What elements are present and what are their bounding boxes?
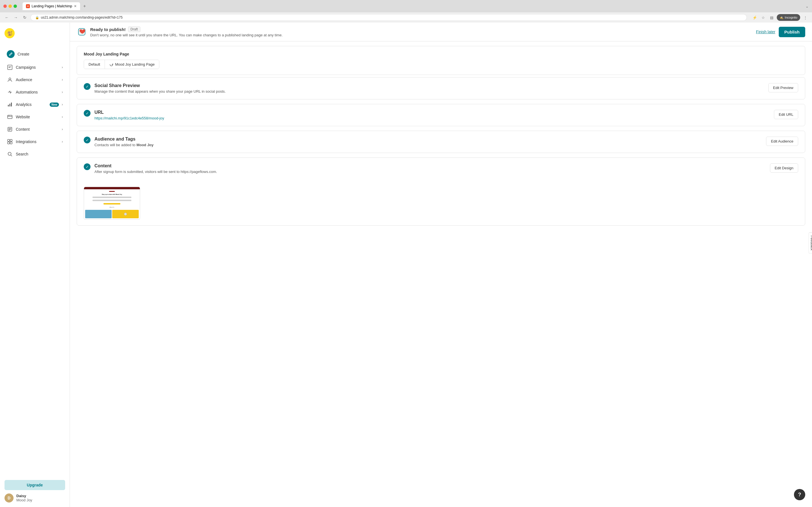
sidebar-toggle-btn[interactable]: ▤ (768, 14, 775, 21)
browser-tabs: M Landing Pages | Mailchimp ✕ + (22, 2, 88, 10)
upgrade-button[interactable]: Upgrade (4, 480, 65, 490)
content-body: Mood Joy Landing Page Default Mood Joy L… (70, 41, 812, 241)
preview-submit-btn (103, 203, 120, 205)
maximize-window-btn[interactable] (13, 4, 17, 8)
window-controls: ⌄ (806, 4, 809, 8)
audience-tags-action: Edit Audience (766, 136, 798, 146)
url-action: Edit URL (774, 110, 798, 119)
minimize-window-btn[interactable] (8, 4, 12, 8)
integrations-chevron-icon: › (62, 140, 63, 144)
refresh-btn[interactable]: ↻ (21, 14, 28, 21)
edit-preview-button[interactable]: Edit Preview (768, 83, 798, 93)
svg-rect-6 (11, 103, 12, 107)
close-window-btn[interactable] (3, 4, 7, 8)
analytics-chevron-icon: › (62, 103, 63, 107)
campaigns-chevron-icon: › (62, 65, 63, 69)
bookmark-btn[interactable]: ☆ (760, 14, 767, 21)
audience-tags-content: Audience and Tags Contacts will be added… (94, 136, 762, 147)
social-share-title: Social Share Preview (94, 83, 764, 88)
sidebar-logo: 🐒 (0, 22, 70, 45)
browser-nav: ← → ↻ 🔒 us21.admin.mailchimp.com/landing… (0, 12, 812, 22)
audience-section-top: Mood Joy Landing Page Default Mood Joy L… (77, 41, 805, 77)
forward-btn[interactable]: → (12, 14, 19, 21)
sidebar-item-integrations[interactable]: Integrations › (2, 136, 67, 148)
social-share-check-icon: ✓ (84, 83, 91, 90)
user-org: Mood Joy (16, 498, 32, 502)
landing-page-preview: Stay up to date with Mood Joy About Us (84, 187, 140, 220)
integrations-icon (7, 138, 13, 145)
mailchimp-logo: 🐒 (4, 28, 15, 38)
sidebar-item-analytics[interactable]: Analytics New › (2, 99, 67, 110)
edit-audience-button[interactable]: Edit Audience (766, 136, 798, 146)
edit-url-button[interactable]: Edit URL (774, 110, 798, 119)
social-share-content: Social Share Preview Manage the content … (94, 83, 764, 94)
main-content: Ready to publish! Draft Don't worry, no … (70, 22, 812, 507)
sidebar-item-search[interactable]: Search (2, 148, 67, 160)
user-name: Daisy (16, 494, 32, 498)
preview-logo-line (109, 191, 115, 192)
preview-blue-cell (85, 210, 112, 218)
help-button[interactable]: ? (794, 489, 805, 500)
content-preview-wrapper: Stay up to date with Mood Joy About Us (84, 182, 140, 220)
sidebar-item-label-campaigns: Campaigns (16, 65, 59, 69)
browser-chrome: M Landing Pages | Mailchimp ✕ + ⌄ ← → ↻ … (0, 0, 812, 22)
menu-btn[interactable]: ⋮ (802, 14, 809, 21)
incognito-icon: 🕵 (779, 16, 783, 19)
back-btn[interactable]: ← (3, 14, 10, 21)
svg-point-3 (9, 78, 11, 80)
audience-card-title: Mood Joy Landing Page (84, 52, 798, 56)
create-icon (7, 50, 15, 58)
content-title: Content (94, 163, 766, 168)
feedback-tab[interactable]: Feedback (809, 232, 812, 253)
sidebar-item-label-automations: Automations (16, 90, 59, 94)
sidebar-item-automations[interactable]: Automations › (2, 86, 67, 98)
content-section-content: Content After signup form is submitted, … (94, 163, 766, 174)
sidebar-item-create[interactable]: Create (2, 47, 67, 61)
publish-button[interactable]: Publish (779, 27, 805, 37)
audience-tags-section: ✓ Audience and Tags Contacts will be add… (77, 131, 805, 153)
sidebar-item-audience[interactable]: Audience › (2, 74, 67, 86)
audience-tab-selected[interactable]: Mood Joy Landing Page (105, 60, 159, 69)
sidebar-nav: Create Campaigns › Audience › (0, 45, 70, 475)
heart-icon-wrapper (77, 27, 87, 37)
social-share-desc: Manage the content that appears when you… (94, 89, 764, 94)
campaigns-icon (7, 64, 13, 70)
url-check-icon: ✓ (84, 110, 91, 117)
tab-close-btn[interactable]: ✕ (74, 4, 77, 8)
svg-rect-14 (10, 142, 12, 144)
content-desc: After signup form is submitted, visitors… (94, 170, 766, 174)
extensions-btn[interactable]: ⚡ (751, 14, 758, 21)
svg-rect-11 (8, 139, 10, 142)
address-bar[interactable]: 🔒 us21.admin.mailchimp.com/landing-pages… (31, 14, 747, 21)
publish-bar-desc: Don't worry, no one will see it until yo… (90, 33, 753, 37)
audience-chevron-icon: › (62, 78, 63, 82)
sidebar-item-content[interactable]: Content › (2, 123, 67, 135)
sidebar-item-label-website: Website (16, 115, 59, 119)
preview-about-text: About Us (109, 206, 115, 209)
audience-tab-default[interactable]: Default (84, 60, 105, 69)
audience-tags-desc: Contacts will be added to Mood Joy (94, 143, 762, 147)
draft-badge: Draft (128, 26, 140, 32)
edit-design-button[interactable]: Edit Design (770, 163, 798, 173)
active-tab[interactable]: M Landing Pages | Mailchimp ✕ (22, 2, 80, 10)
url-section: ✓ URL https://mailchi.mp/91c1edc4e558/mo… (77, 104, 805, 126)
website-icon (7, 114, 13, 120)
sidebar-item-label-create: Create (17, 52, 63, 56)
svg-rect-13 (8, 142, 10, 144)
lock-icon: 🔒 (35, 16, 39, 19)
publish-bar-text: Ready to publish! Draft Don't worry, no … (90, 26, 753, 37)
preview-header-bar (84, 187, 140, 189)
svg-rect-4 (8, 105, 9, 107)
content-section-action: Edit Design (770, 163, 798, 173)
user-info: D Daisy Mood Joy (4, 494, 65, 503)
content-check-icon: ✓ (84, 163, 91, 170)
preview-logo-area (84, 189, 140, 193)
preview-title-text: Stay up to date with Mood Joy (100, 193, 124, 196)
finish-later-button[interactable]: Finish later (756, 30, 775, 34)
sidebar-item-campaigns[interactable]: Campaigns › (2, 61, 67, 73)
sidebar-bottom: Upgrade D Daisy Mood Joy (0, 475, 70, 507)
new-tab-btn[interactable]: + (81, 3, 88, 10)
url-text: us21.admin.mailchimp.com/landing-pages/e… (41, 15, 123, 19)
sidebar-item-website[interactable]: Website › (2, 111, 67, 123)
browser-titlebar: M Landing Pages | Mailchimp ✕ + ⌄ (0, 0, 812, 12)
